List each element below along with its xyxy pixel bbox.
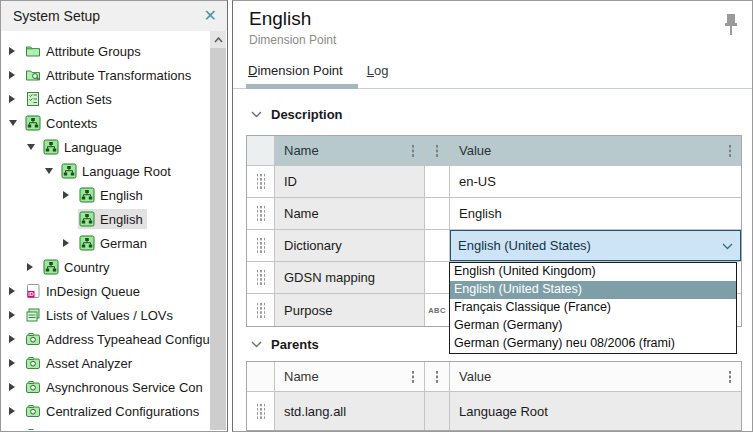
- attribute-name: GDSN mapping: [275, 262, 425, 294]
- chevron-right-icon[interactable]: [9, 382, 21, 392]
- tree-item-english[interactable]: English: [1, 207, 210, 231]
- tree-item-asset-analyzer[interactable]: Asset Analyzer: [1, 351, 210, 375]
- name-column-header[interactable]: Name: [275, 362, 425, 392]
- dropdown-option-fran-ais-classique-france[interactable]: Français Classique (France): [450, 299, 736, 317]
- chevron-right-icon[interactable]: [63, 190, 75, 200]
- tree-scrollbar[interactable]: [210, 31, 226, 430]
- scrollbar-thumb[interactable]: [210, 48, 226, 430]
- close-icon[interactable]: ✕: [204, 8, 217, 24]
- tree-node[interactable]: Contexts: [24, 113, 101, 133]
- tree-node[interactable]: Asynchronous Service Con: [24, 377, 207, 397]
- dictionary-combobox[interactable]: English (United States): [450, 230, 741, 261]
- chevron-right-icon[interactable]: [9, 70, 21, 80]
- header-handle-cell: [247, 136, 275, 166]
- chevron-right-icon[interactable]: [27, 262, 39, 272]
- row-handle[interactable]: [247, 294, 275, 326]
- tree-item-country[interactable]: Country: [1, 255, 210, 279]
- row-handle[interactable]: [247, 166, 275, 198]
- attribute-row-id: IDen-US: [247, 166, 741, 198]
- chevron-right-icon[interactable]: [9, 406, 21, 416]
- drag-grip-icon[interactable]: [257, 269, 265, 286]
- column-menu-icon[interactable]: [435, 370, 439, 384]
- tree-node[interactable]: Asset Analyzer: [24, 353, 136, 373]
- chevron-down-icon[interactable]: [9, 118, 21, 128]
- column-menu-icon[interactable]: [435, 144, 439, 158]
- column-menu-icon[interactable]: [411, 370, 415, 384]
- drag-grip-icon[interactable]: [257, 205, 265, 222]
- tree-item-asynchronous-service-con[interactable]: Asynchronous Service Con: [1, 375, 210, 399]
- arrow-placeholder: [63, 214, 75, 224]
- row-handle[interactable]: [247, 392, 275, 430]
- chevron-down-icon[interactable]: [45, 166, 57, 176]
- tree-item-attribute-transformations[interactable]: Attribute Transformations: [1, 63, 210, 87]
- tree-node[interactable]: IDInDesign Queue: [24, 281, 144, 301]
- tree-item-indesign-queue[interactable]: IDInDesign Queue: [1, 279, 210, 303]
- tab-log[interactable]: Log: [367, 63, 389, 78]
- row-handle[interactable]: [247, 262, 275, 294]
- tree-node[interactable]: Centralized Configurations: [24, 401, 203, 421]
- parents-section-header[interactable]: Parents: [251, 337, 319, 352]
- tree-node[interactable]: [24, 425, 50, 430]
- tree-item-address-typeahead-configu[interactable]: Address Typeahead Configu: [1, 327, 210, 351]
- chevron-right-icon[interactable]: [63, 238, 75, 248]
- drag-grip-icon[interactable]: [257, 403, 265, 420]
- tree-item-centralized-configurations[interactable]: Centralized Configurations: [1, 399, 210, 423]
- tree-item-label: Asset Analyzer: [46, 356, 132, 371]
- chevron-right-icon[interactable]: [9, 46, 21, 56]
- tree-node[interactable]: English: [78, 185, 147, 205]
- tree-item-language-root[interactable]: Language Root: [1, 159, 210, 183]
- row-handle[interactable]: [247, 230, 275, 262]
- type-column-header[interactable]: [425, 136, 450, 166]
- tree-node[interactable]: Language: [42, 137, 126, 157]
- tree-item-english[interactable]: English: [1, 183, 210, 207]
- tree-node[interactable]: Address Typeahead Configu: [24, 329, 210, 349]
- value-column-header[interactable]: Value: [450, 136, 741, 166]
- description-section-header[interactable]: Description: [251, 107, 343, 122]
- tree-node[interactable]: Attribute Groups: [24, 41, 145, 61]
- pushpin-icon[interactable]: [723, 13, 739, 43]
- column-menu-icon[interactable]: [728, 370, 732, 384]
- drag-grip-icon[interactable]: [257, 237, 265, 254]
- tree-item-blank[interactable]: [1, 423, 210, 430]
- tree-item-lists-of-values-lovs[interactable]: Lists of Values / LOVs: [1, 303, 210, 327]
- tree-node[interactable]: Attribute Transformations: [24, 65, 195, 85]
- scroll-up-button[interactable]: [210, 31, 226, 48]
- chevron-right-icon[interactable]: [9, 310, 21, 320]
- chevron-right-icon[interactable]: [9, 94, 21, 104]
- tree-item-language[interactable]: Language: [1, 135, 210, 159]
- chevron-right-icon[interactable]: [9, 334, 21, 344]
- tree-node[interactable]: Country: [42, 257, 114, 277]
- parent-value[interactable]: Language Root: [450, 392, 741, 430]
- tree-node[interactable]: Language Root: [60, 161, 175, 181]
- chevron-down-icon[interactable]: [27, 142, 39, 152]
- combobox-value: English (United States): [458, 238, 591, 253]
- column-menu-icon[interactable]: [728, 144, 732, 158]
- drag-grip-icon[interactable]: [257, 302, 265, 319]
- value-column-header[interactable]: Value: [450, 362, 741, 392]
- column-menu-icon[interactable]: [411, 144, 415, 158]
- tree-node[interactable]: English: [78, 209, 147, 229]
- chevron-right-icon[interactable]: [9, 286, 21, 296]
- tree-item-german[interactable]: German: [1, 231, 210, 255]
- chevron-down-icon[interactable]: [722, 238, 733, 253]
- tree-item-contexts[interactable]: Contexts: [1, 111, 210, 135]
- attribute-value[interactable]: en-US: [450, 166, 741, 198]
- dropdown-option-german-germany-neu-08-2006-frami[interactable]: German (Germany) neu 08/2006 (frami): [450, 335, 736, 353]
- tab-dimension-point[interactable]: Dimension Point: [248, 63, 343, 78]
- attribute-type-cell: [425, 262, 450, 294]
- tree-node[interactable]: Action Sets: [24, 89, 116, 109]
- dropdown-option-english-united-states[interactable]: English (United States): [450, 281, 736, 299]
- tree-item-action-sets[interactable]: Action Sets: [1, 87, 210, 111]
- tree-node[interactable]: Lists of Values / LOVs: [24, 305, 177, 325]
- row-handle[interactable]: [247, 198, 275, 230]
- drag-grip-icon[interactable]: [257, 173, 265, 190]
- dropdown-option-english-united-kingdom[interactable]: English (United Kingdom): [450, 263, 736, 281]
- attribute-value[interactable]: English: [450, 198, 741, 230]
- chevron-down-icon: [251, 341, 262, 348]
- tree-item-attribute-groups[interactable]: Attribute Groups: [1, 39, 210, 63]
- type-column-header[interactable]: [425, 362, 450, 392]
- name-column-header[interactable]: Name: [275, 136, 425, 166]
- chevron-right-icon[interactable]: [9, 358, 21, 368]
- tree-node[interactable]: German: [78, 233, 151, 253]
- dropdown-option-german-germany[interactable]: German (Germany): [450, 317, 736, 335]
